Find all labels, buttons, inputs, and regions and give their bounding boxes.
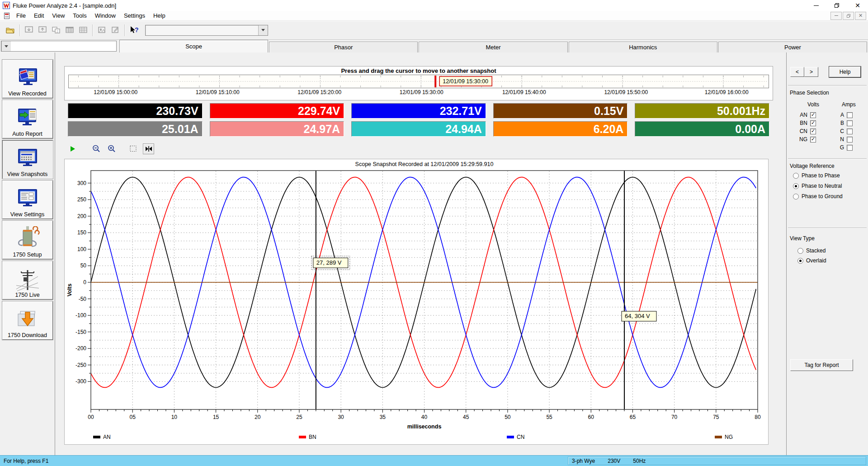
- volts-an-checkbox[interactable]: [810, 112, 816, 118]
- current-n-value: 6.20A: [493, 121, 628, 137]
- svg-text:40: 40: [421, 414, 428, 420]
- svg-text:-250: -250: [75, 362, 86, 368]
- status-wiring-config: 3-ph Wye: [572, 458, 595, 464]
- chart-toolbar: [67, 143, 154, 155]
- voltage-cn-value: 232.71V: [351, 103, 486, 119]
- setup-1750-button[interactable]: 1750 Setup: [2, 221, 53, 259]
- tab-power[interactable]: Power: [718, 42, 867, 52]
- combo-dropdown-icon[interactable]: [258, 25, 268, 35]
- next-snapshot-button[interactable]: >: [804, 67, 818, 77]
- measurement-readouts: 230.73V 25.01A 229.74V 24.97A 232.71V 24…: [68, 103, 769, 139]
- minimize-button[interactable]: [806, 0, 826, 11]
- phase-to-phase-radio[interactable]: [793, 173, 799, 179]
- timeline-heading: Press and drag the cursor to move to ano…: [65, 67, 773, 74]
- tab-harmonics[interactable]: Harmonics: [569, 42, 717, 52]
- close-button[interactable]: ✕: [847, 0, 868, 11]
- status-help-text: For Help, press F1: [0, 458, 48, 464]
- dataset-combobox[interactable]: [1, 41, 117, 52]
- view-recorded-icon: [15, 67, 40, 90]
- auto-report-button[interactable]: Auto Report: [2, 100, 53, 138]
- tab-scope[interactable]: Scope: [119, 40, 268, 52]
- view-settings-button[interactable]: View Settings: [2, 181, 53, 219]
- prev-snapshot-button[interactable]: <: [790, 67, 804, 77]
- svg-text:60: 60: [588, 414, 594, 420]
- view-settings-icon: [15, 188, 40, 211]
- menu-window[interactable]: Window: [91, 11, 120, 20]
- sidebar: View Recorded Auto Report View Snapshots: [0, 52, 55, 455]
- amps-g-checkbox[interactable]: [847, 145, 853, 151]
- amps-b-checkbox[interactable]: [847, 120, 853, 126]
- snapshot-timeline-panel: Press and drag the cursor to move to ano…: [64, 66, 773, 100]
- volts-cn-checkbox[interactable]: [810, 128, 816, 134]
- combo-dropdown-icon[interactable]: [1, 41, 11, 51]
- view-recorded-icon: [22, 24, 36, 37]
- mdi-restore-button[interactable]: [843, 12, 854, 20]
- svg-text:300: 300: [77, 180, 86, 186]
- status-frequency: 50Hz: [633, 458, 646, 464]
- svg-text:-100: -100: [75, 312, 86, 319]
- voltage-ng-value: 0.15V: [493, 103, 628, 119]
- menu-file[interactable]: File: [12, 11, 30, 20]
- play-button[interactable]: [67, 143, 78, 154]
- volts-ng-checkbox[interactable]: [810, 137, 816, 143]
- zoom-out-icon: [92, 145, 100, 153]
- app-logo-icon: [3, 2, 10, 9]
- mdi-close-button[interactable]: ✕: [855, 12, 866, 20]
- menu-edit[interactable]: Edit: [30, 11, 48, 20]
- snapshot-timeline[interactable]: 12/01/09 15:30:00: [68, 75, 769, 88]
- view-snapshots-button[interactable]: View Snapshots: [2, 140, 53, 179]
- menu-settings[interactable]: Settings: [120, 11, 149, 20]
- scope-chart[interactable]: 27, 289 V64, 304 V-300-250-200-150-100-5…: [65, 159, 768, 432]
- help-button[interactable]: Help: [829, 67, 861, 77]
- zoom-box-button[interactable]: [127, 143, 139, 154]
- zoom-in-button[interactable]: [106, 143, 117, 154]
- power-pole-icon: [15, 269, 40, 292]
- amps-n-checkbox[interactable]: [847, 137, 853, 143]
- status-config-section: 3-ph Wye 230V 50Hz: [568, 456, 866, 465]
- menu-help[interactable]: Help: [149, 11, 170, 20]
- volts-bn-checkbox[interactable]: [810, 120, 816, 126]
- voltage-an-value: 230.73V: [68, 103, 203, 119]
- svg-text:15: 15: [213, 414, 219, 420]
- view-recorded-button[interactable]: View Recorded: [2, 60, 53, 98]
- menu-tools[interactable]: Tools: [69, 11, 90, 20]
- toolbar-combobox[interactable]: [145, 25, 268, 36]
- zoom-in-icon: [108, 145, 116, 153]
- download-1750-button[interactable]: 1750 Download: [2, 301, 53, 340]
- spreadsheet-icon: [76, 24, 90, 37]
- phase-b-readout: 229.74V 24.97A: [210, 103, 344, 139]
- tag-for-report-button[interactable]: Tag for Report: [790, 359, 853, 371]
- phase-to-neutral-radio[interactable]: [793, 183, 799, 189]
- amps-c-checkbox[interactable]: [847, 128, 853, 134]
- restore-button[interactable]: [826, 0, 847, 11]
- overlaid-radio[interactable]: [797, 258, 803, 264]
- svg-text:50: 50: [505, 414, 511, 420]
- menu-view[interactable]: View: [48, 11, 69, 20]
- svg-text:Volts: Volts: [66, 283, 73, 296]
- tab-phasor[interactable]: Phasor: [269, 42, 418, 52]
- svg-text:05: 05: [130, 414, 136, 420]
- live-1750-button[interactable]: 1750 Live: [2, 261, 53, 300]
- open-file-icon[interactable]: [4, 24, 17, 37]
- zoom-out-button[interactable]: [90, 143, 102, 154]
- svg-text:75: 75: [713, 414, 719, 420]
- tab-meter[interactable]: Meter: [419, 42, 567, 52]
- status-voltage: 230V: [608, 458, 620, 464]
- stacked-radio[interactable]: [797, 248, 803, 254]
- mdi-minimize-button[interactable]: [830, 12, 842, 20]
- amps-a-checkbox[interactable]: [847, 112, 853, 118]
- svg-text:70: 70: [671, 414, 678, 420]
- bn-swatch: [299, 436, 306, 438]
- phase-to-ground-radio[interactable]: [793, 194, 799, 200]
- context-help-icon[interactable]: ?: [127, 24, 141, 37]
- svg-text:2: 2: [57, 30, 58, 33]
- snap-cursor-button[interactable]: [143, 143, 154, 154]
- edit-note-icon: [108, 24, 122, 37]
- sidebar-filler: [2, 342, 53, 455]
- legend-cn: CN: [507, 434, 524, 440]
- svg-text:milliseconds: milliseconds: [407, 423, 442, 430]
- svg-text:250: 250: [77, 196, 86, 203]
- current-g-value: 0.00A: [635, 121, 769, 137]
- amps-header: Amps: [842, 101, 856, 108]
- document-icon: [4, 12, 10, 19]
